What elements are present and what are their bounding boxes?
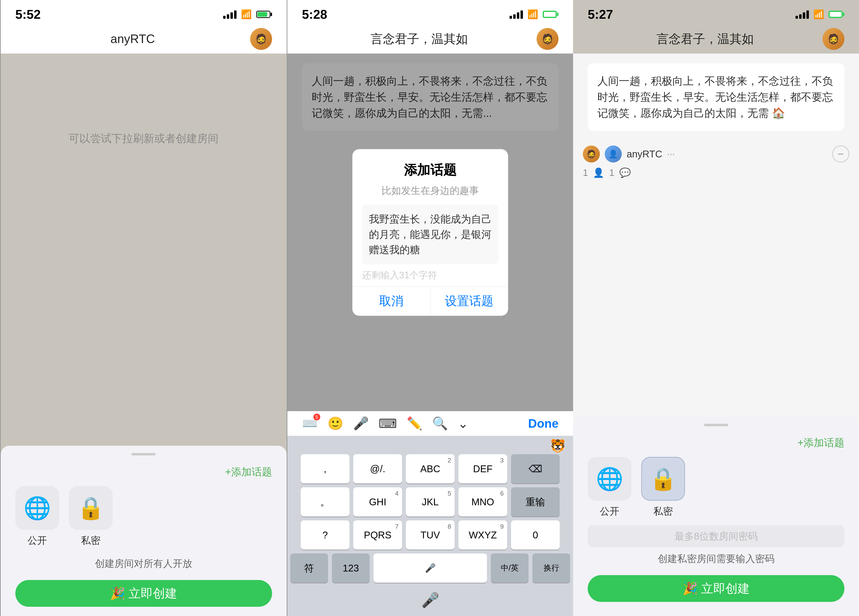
phone3-private-label: 私密 xyxy=(653,505,673,518)
kb-bottom-row-2: 🎤 xyxy=(287,586,573,616)
mini-avatar-3a: 🧔 xyxy=(583,145,600,162)
avatar-2[interactable]: 🧔 xyxy=(537,28,559,50)
private-label-1: 私密 xyxy=(81,534,100,547)
modal-cancel-btn-2[interactable]: 取消 xyxy=(352,287,430,316)
header-bar-2: 言念君子，温其如 🧔 xyxy=(287,24,573,53)
phone3-password-placeholder: 最多8位数房间密码 xyxy=(675,530,758,543)
kb-jkl[interactable]: 5JKL xyxy=(406,487,454,516)
kb-delete[interactable]: ⌫ xyxy=(511,454,560,483)
kb-mno[interactable]: 6MNO xyxy=(458,487,507,516)
room-type-private-1[interactable]: 🔒 私密 xyxy=(69,486,112,547)
phone3-add-topic[interactable]: +添加话题 xyxy=(588,436,844,449)
sheet-handle-1 xyxy=(131,453,156,455)
kb-space[interactable]: 🎤 xyxy=(373,554,487,583)
public-label-1: 公开 xyxy=(28,534,47,547)
keyboard-toolbar-2: ⌨️ 5 🙂 🎤 ⌨ ✏️ 🔍 ⌄ Done xyxy=(287,411,573,436)
phone-panel-3: 5:27 📶 言念君子，温其如 🧔 人间一趟，积极向上， xyxy=(573,0,859,616)
status-icons-3: 📶 xyxy=(795,9,844,19)
kb-tuv[interactable]: 8TUV xyxy=(406,520,454,550)
kb-row-3: ? 7PQRS 8TUV 9WXYZ 0 xyxy=(290,520,570,550)
phone3-chat-text: 人间一趟，积极向上，不畏将来，不念过往，不负时光，野蛮生长，早安。无论生活怎样，… xyxy=(597,75,833,119)
phone3-dots: ··· xyxy=(667,149,675,159)
kb-chevron-icon[interactable]: ⌄ xyxy=(458,416,469,431)
status-time-3: 5:27 xyxy=(588,7,613,22)
kb-pen-icon[interactable]: ✏️ xyxy=(407,416,422,431)
add-topic-link-1[interactable]: +添加话题 xyxy=(15,465,272,479)
kb-emoji-icon[interactable]: 🙂 xyxy=(328,416,344,431)
keyboard-done-btn-2[interactable]: Done xyxy=(528,416,559,430)
kb-enter[interactable]: 换行 xyxy=(533,554,570,583)
phone3-footer-name: anyRTC xyxy=(626,149,662,160)
kb-abc[interactable]: 2ABC xyxy=(406,454,454,483)
private-icon-1: 🔒 xyxy=(69,486,112,530)
modal-dialog-2: 添加话题 比如发生在身边的趣事 我野蛮生长，没能成为自己的月亮，能遇见你，是银河… xyxy=(352,149,508,316)
phone3-private-icon: 🔒 xyxy=(641,457,685,501)
empty-text-1: 可以尝试下拉刷新或者创建房间 xyxy=(49,131,238,146)
kb-comma[interactable]: , xyxy=(301,454,350,483)
kb-ghi[interactable]: 4GHI xyxy=(353,487,402,516)
public-icon-1: 🌐 xyxy=(15,486,59,530)
phone3-msg-box: 人间一趟，积极向上，不畏将来，不念过往，不负时光，野蛮生长，早安。无论生活怎样，… xyxy=(588,63,844,131)
phone3-create-btn[interactable]: 🎉 立即创建 xyxy=(588,575,844,602)
avatar-3[interactable]: 🧔 xyxy=(823,28,844,50)
sheet-handle-3 xyxy=(704,424,728,426)
kb-reset[interactable]: 重输 xyxy=(511,487,560,516)
kb-question[interactable]: ? xyxy=(301,520,350,550)
header-bar-1: anyRTC 🧔 xyxy=(1,24,287,53)
battery-icon-1 xyxy=(256,11,272,18)
kb-row-1: , @/. 2ABC 3DEF ⌫ xyxy=(290,454,570,483)
kb-sticker-icon[interactable]: 🐯 xyxy=(550,438,566,453)
phone3-password-input[interactable]: 最多8位数房间密码 xyxy=(588,525,844,547)
chat-area-2: 人间一趟，积极向上，不畏将来，不念过往，不负时光，野蛮生长，早安。无论生活怎样，… xyxy=(287,53,573,411)
header-bar-3: 言念君子，温其如 🧔 xyxy=(573,24,859,53)
kb-keyboard-icon[interactable]: ⌨ xyxy=(379,416,397,431)
kb-mic-toolbar-icon[interactable]: 🎤 xyxy=(353,416,369,431)
keyboard-rows-2: , @/. 2ABC 3DEF ⌫ 。 4GHI 5JKL 6MNO 重输 ? … xyxy=(287,454,573,583)
kb-123[interactable]: 123 xyxy=(332,554,370,583)
signal-icon-2 xyxy=(509,10,523,19)
kb-search-icon[interactable]: 🔍 xyxy=(432,416,448,431)
phone3-room-public[interactable]: 🌐 公开 xyxy=(588,457,631,518)
phone3-minus-btn[interactable]: − xyxy=(832,145,849,162)
kb-symbol[interactable]: 符 xyxy=(290,554,328,583)
avatar-1[interactable]: 🧔 xyxy=(250,28,272,50)
status-bar-1: 5:52 📶 xyxy=(1,0,287,24)
modal-confirm-btn-2[interactable]: 设置话题 xyxy=(431,287,508,316)
kb-lang[interactable]: 中/英 xyxy=(491,554,528,583)
phone3-msg-footer: 🧔 👤 anyRTC ··· − xyxy=(573,140,859,165)
kb-zero[interactable]: 0 xyxy=(511,520,560,550)
kb-bottom-mic-icon[interactable]: 🎤 xyxy=(421,591,439,609)
bottom-sheet-1: +添加话题 🌐 公开 🔒 私密 创建房间对所有人开放 🎉 立即创建 xyxy=(1,446,287,616)
phone3-room-row: 🌐 公开 🔒 私密 xyxy=(588,457,844,518)
status-bar-3: 5:27 📶 xyxy=(573,0,859,24)
mini-avatar-3b: 👤 xyxy=(605,145,622,162)
kb-at-dot[interactable]: @/. xyxy=(353,454,402,483)
signal-icon-1 xyxy=(223,10,237,19)
status-time-1: 5:52 xyxy=(15,7,41,22)
keyboard-toolbar-icons-2: ⌨️ 5 🙂 🎤 ⌨ ✏️ 🔍 ⌄ xyxy=(302,416,469,431)
wifi-icon-3: 📶 xyxy=(813,9,824,19)
kb-row-4: 符 123 🎤 中/英 换行 xyxy=(290,554,570,583)
room-type-public-1[interactable]: 🌐 公开 xyxy=(15,486,59,547)
header-title-text-2: 言念君子，温其如 xyxy=(371,31,468,47)
phone3-public-label: 公开 xyxy=(600,505,619,518)
kb-def[interactable]: 3DEF xyxy=(458,454,507,483)
room-type-row-1: 🌐 公开 🔒 私密 xyxy=(15,486,272,547)
modal-counter-2: 还剩输入31个字符 xyxy=(352,264,508,286)
kb-wxyz[interactable]: 9WXYZ xyxy=(458,520,507,550)
phone3-msg-count: 1 xyxy=(609,168,614,178)
modal-overlay-2: 添加话题 比如发生在身边的趣事 我野蛮生长，没能成为自己的月亮，能遇见你，是银河… xyxy=(287,53,573,411)
phone3-room-desc: 创建私密房间需要输入密码 xyxy=(588,552,844,565)
status-bar-2: 5:28 📶 xyxy=(287,0,573,24)
kb-pqrs[interactable]: 7PQRS xyxy=(353,520,402,550)
kb-row-2: 。 4GHI 5JKL 6MNO 重输 xyxy=(290,487,570,516)
kb-period[interactable]: 。 xyxy=(301,487,350,516)
phone3-room-private[interactable]: 🔒 私密 xyxy=(641,457,685,518)
modal-input-area-2[interactable]: 我野蛮生长，没能成为自己的月亮，能遇见你，是银河赠送我的糖 xyxy=(362,204,498,264)
wifi-icon-1: 📶 xyxy=(241,9,252,19)
create-btn-1[interactable]: 🎉 立即创建 xyxy=(15,580,272,607)
signal-icon-3 xyxy=(795,10,809,19)
wifi-icon-2: 📶 xyxy=(527,9,538,19)
kb-sougou-icon: ⌨️ 5 xyxy=(302,416,318,431)
header-title-text-1: anyRTC xyxy=(111,32,155,46)
